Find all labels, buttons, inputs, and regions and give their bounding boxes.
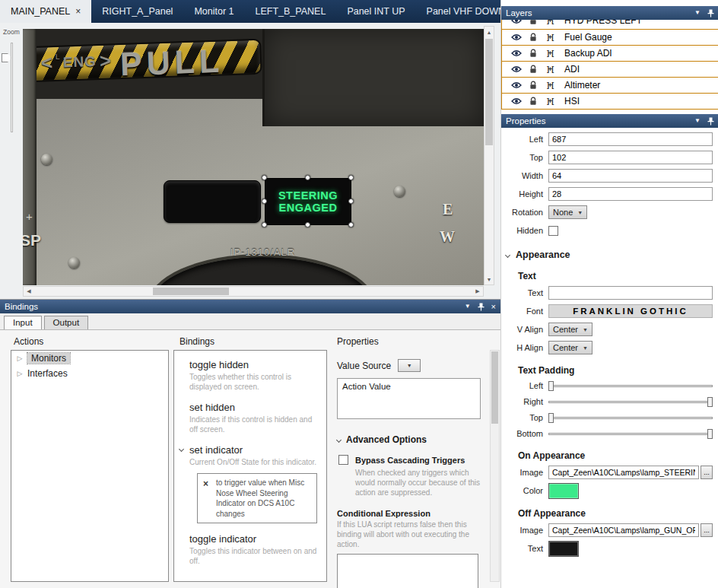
on-color-swatch[interactable]	[548, 483, 579, 499]
layer-row-hyd-press-left[interactable]: ]+[ HYD PRESS LEFT	[502, 20, 718, 30]
panel-menu-chevron-icon[interactable]: ▼	[694, 118, 701, 124]
off-image-path-field[interactable]	[548, 523, 699, 537]
tree-item-monitors[interactable]: ▷ Monitors	[11, 351, 168, 366]
visibility-eye-icon[interactable]	[508, 81, 525, 89]
lock-icon[interactable]	[525, 49, 542, 58]
design-viewport[interactable]: < L ENG > PULL STEERING ENGAGED E W IP-1…	[23, 29, 484, 285]
scroll-right-icon[interactable]: ▶	[472, 287, 483, 296]
height-field[interactable]	[548, 187, 713, 201]
tab-panel-int-up[interactable]: Panel INT UP	[336, 0, 415, 23]
layer-row-adi[interactable]: ]+[ ADI	[502, 62, 718, 78]
scrollbar-thumb[interactable]	[153, 288, 229, 295]
top-field[interactable]	[548, 151, 713, 164]
conditional-expression-input[interactable]	[337, 554, 478, 588]
halign-dropdown[interactable]: Center ▼	[548, 341, 593, 354]
snap-dock-icon[interactable]: ]+[	[542, 65, 558, 73]
padding-top-slider[interactable]	[548, 412, 713, 424]
padding-bottom-slider[interactable]	[548, 427, 713, 440]
tab-right-a-panel[interactable]: RIGHT_A_Panel	[91, 0, 183, 23]
slider-thumb[interactable]	[548, 381, 554, 391]
layer-row-altimeter[interactable]: ]+[ Altimeter	[502, 78, 718, 94]
close-panel-icon[interactable]: ×	[491, 303, 496, 311]
tab-monitor-1[interactable]: Monitor 1	[183, 0, 244, 23]
selection-handle[interactable]	[348, 199, 354, 204]
selection-handle[interactable]	[348, 222, 354, 227]
lock-icon[interactable]	[525, 33, 542, 42]
selection-handle[interactable]	[348, 175, 354, 180]
text-field[interactable]	[548, 286, 713, 300]
close-tab-icon[interactable]: ×	[75, 7, 81, 16]
selection-handle[interactable]	[262, 199, 267, 204]
pin-icon[interactable]	[707, 9, 714, 17]
lock-icon[interactable]	[525, 20, 542, 25]
scroll-left-icon[interactable]: ◀	[24, 287, 34, 296]
active-binding-entry[interactable]: × to trigger value when Misc Nose Wheel …	[197, 473, 317, 523]
blank-indicator-lamp[interactable]	[164, 180, 261, 223]
appearance-section-toggle[interactable]: Appearance	[506, 250, 718, 260]
lock-icon[interactable]	[525, 65, 542, 74]
width-field[interactable]	[548, 169, 713, 183]
panel-menu-chevron-icon[interactable]: ▼	[465, 304, 471, 310]
slider-thumb[interactable]	[707, 429, 713, 439]
on-image-browse-button[interactable]: ...	[701, 466, 713, 479]
tab-left-b-panel[interactable]: LEFT_B_PANEL	[245, 0, 337, 23]
tree-expander-icon[interactable]: ▷	[16, 354, 24, 362]
binding-item-toggle-indicator[interactable]: toggle indicator Toggles this indicator …	[189, 533, 320, 566]
canvas-vertical-scrollbar[interactable]: ▲ ▼	[484, 26, 494, 285]
steering-indicator-control[interactable]: STEERING ENGAGED	[265, 178, 351, 225]
scrollbar-thumb[interactable]	[491, 351, 498, 424]
remove-binding-icon[interactable]: ×	[203, 478, 208, 490]
tab-output[interactable]: Output	[44, 316, 89, 329]
selection-handle[interactable]	[262, 175, 267, 180]
selection-handle[interactable]	[305, 175, 310, 180]
lock-icon[interactable]	[525, 81, 542, 90]
snap-dock-icon[interactable]: ]+[	[542, 81, 558, 89]
advanced-options-toggle[interactable]: Advanced Options	[337, 434, 487, 445]
snap-dock-icon[interactable]: ]+[	[542, 33, 558, 41]
expanded-chevron-icon[interactable]	[179, 447, 184, 452]
zoom-slider-track[interactable]	[11, 43, 13, 132]
visibility-eye-icon[interactable]	[508, 33, 525, 41]
scroll-up-icon[interactable]: ▲	[484, 27, 494, 37]
slider-thumb[interactable]	[548, 413, 554, 423]
layer-row-backup-adi[interactable]: ]+[ Backup ADI	[502, 46, 718, 62]
visibility-eye-icon[interactable]	[508, 20, 525, 24]
tree-expander-icon[interactable]: ▷	[16, 370, 24, 377]
pin-icon[interactable]	[707, 117, 714, 126]
pin-icon[interactable]	[478, 303, 484, 311]
visibility-eye-icon[interactable]	[508, 49, 525, 57]
visibility-eye-icon[interactable]	[508, 65, 525, 73]
valign-dropdown[interactable]: Center ▼	[548, 323, 593, 336]
left-field[interactable]	[548, 132, 713, 146]
binding-item-toggle-hidden[interactable]: toggle hidden Toggles whether this contr…	[189, 359, 320, 392]
tab-main-panel[interactable]: MAIN_PANEL ×	[0, 0, 91, 23]
binding-properties-scrollbar[interactable]	[490, 350, 500, 582]
tab-input[interactable]: Input	[4, 316, 42, 329]
layer-row-fuel-gauge[interactable]: ]+[ Fuel Gauge	[502, 30, 718, 46]
hidden-checkbox[interactable]	[548, 226, 558, 236]
binding-item-set-indicator[interactable]: set indicator Current On/Off State for t…	[189, 444, 320, 523]
snap-dock-icon[interactable]: ]+[	[542, 97, 558, 105]
value-source-dropdown[interactable]: ▼	[398, 359, 421, 372]
tree-item-interfaces[interactable]: ▷ Interfaces	[11, 366, 168, 381]
snap-dock-icon[interactable]: ]+[	[542, 20, 558, 24]
scrollbar-thumb[interactable]	[485, 39, 493, 145]
off-image-browse-button[interactable]: ...	[701, 523, 713, 537]
on-image-path-field[interactable]	[548, 466, 699, 479]
padding-left-slider[interactable]	[548, 380, 713, 392]
scroll-down-icon[interactable]: ▼	[484, 274, 494, 284]
font-picker-button[interactable]: FRANKLIN GOTHIC	[548, 304, 713, 318]
selection-handle[interactable]	[262, 222, 267, 227]
rotation-dropdown[interactable]: None ▼	[548, 205, 587, 219]
visibility-eye-icon[interactable]	[508, 97, 525, 105]
lock-icon[interactable]	[525, 97, 542, 106]
selection-handle[interactable]	[305, 222, 310, 227]
slider-thumb[interactable]	[707, 397, 713, 407]
snap-dock-icon[interactable]: ]+[	[542, 49, 558, 57]
padding-right-slider[interactable]	[548, 396, 713, 408]
canvas-horizontal-scrollbar[interactable]: ◀ ▶	[23, 286, 484, 297]
binding-item-set-hidden[interactable]: set hidden Indicates if this control is …	[189, 402, 320, 434]
layer-row-hsi[interactable]: ]+[ HSI	[502, 94, 718, 110]
off-text-color-swatch[interactable]	[548, 541, 579, 557]
bypass-cascading-checkbox[interactable]	[338, 455, 348, 465]
